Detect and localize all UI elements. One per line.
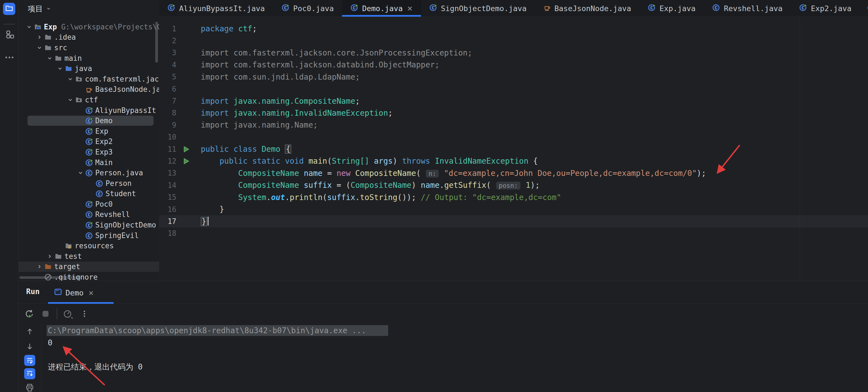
- tab-poc0-java[interactable]: CPoc0.java: [273, 0, 342, 17]
- gutter[interactable]: 18: [159, 227, 201, 239]
- text-caret: [208, 217, 209, 226]
- tab-revshell-java[interactable]: CRevshell.java: [704, 0, 791, 17]
- class-icon: C: [95, 179, 105, 188]
- chevron-down-icon[interactable]: [35, 43, 44, 53]
- tree-item-aliyunbypassit[interactable]: CAliyunBypassIt: [18, 105, 159, 116]
- tree-item-java[interactable]: java: [18, 63, 159, 74]
- tab-label: AliyunBypassIt.java: [179, 4, 265, 13]
- tree-item-idea[interactable]: .idea: [18, 32, 159, 43]
- tree-item-revshell[interactable]: CRevshell: [18, 209, 159, 220]
- tree-item-exp2[interactable]: CExp2: [18, 136, 159, 147]
- tree-item-basejsonnode-java[interactable]: BaseJsonNode.java: [18, 84, 159, 95]
- chevron-down-icon[interactable]: [65, 74, 75, 84]
- tab-exp-java[interactable]: CExp.java: [640, 0, 704, 17]
- chevron-right-icon[interactable]: [45, 252, 55, 261]
- soft-wrap-toggle-icon[interactable]: [24, 355, 35, 366]
- gutter[interactable]: 11: [159, 143, 201, 155]
- gutter[interactable]: 8: [159, 107, 201, 119]
- run-console[interactable]: C:\ProgramData\scoop\apps\openjdk8-redha…: [18, 324, 868, 392]
- stop-button[interactable]: [39, 308, 52, 320]
- chevron-down-icon[interactable]: [25, 22, 34, 32]
- tree-item-com-fasterxml-jacks[interactable]: com.fasterxml.jacks: [18, 74, 159, 84]
- chevron-down-icon[interactable]: [55, 64, 65, 73]
- tab-aliyunbypassit-java[interactable]: CAliyunBypassIt.java: [159, 0, 273, 17]
- code-token: public class: [201, 144, 261, 154]
- more-tool-windows-icon[interactable]: [4, 52, 15, 63]
- gutter[interactable]: 14: [159, 179, 201, 191]
- gutter[interactable]: 4: [159, 59, 201, 71]
- tree-item-poc0[interactable]: CPoc0: [18, 199, 159, 209]
- chevron-right-icon[interactable]: [35, 32, 44, 42]
- tree-item-signobjectdemo[interactable]: CSignObjectDemo: [18, 220, 159, 230]
- chevron-down-icon[interactable]: [65, 95, 75, 105]
- gutter[interactable]: 13: [159, 167, 201, 179]
- run-line-icon[interactable]: [182, 145, 190, 153]
- tree-item-main[interactable]: main: [18, 53, 159, 64]
- tree-item-target[interactable]: target: [18, 262, 159, 272]
- project-panel-header[interactable]: 项目: [28, 3, 52, 14]
- kebab-menu-icon[interactable]: [78, 308, 91, 320]
- structure-icon[interactable]: [4, 29, 15, 40]
- run-tab-demo[interactable]: Demo ×: [54, 285, 94, 300]
- rerun-button[interactable]: [23, 308, 35, 320]
- tree-item-student[interactable]: CStudent: [18, 189, 159, 199]
- gutter[interactable]: 3: [159, 47, 201, 59]
- tree-item-test[interactable]: test: [18, 251, 159, 262]
- code-line-9: 9import javax.naming.Name;: [159, 119, 868, 131]
- tree-item-label: Exp3: [95, 148, 113, 156]
- tab-exp2-java[interactable]: CExp2.java: [791, 0, 860, 17]
- chevron-down-icon[interactable]: [45, 54, 55, 63]
- tab-demo-java[interactable]: CDemo.java×: [342, 0, 421, 17]
- tab-basejsonnode-java[interactable]: BaseJsonNode.java: [535, 0, 640, 17]
- tree-item-gitignore[interactable]: .gitignore: [18, 272, 159, 281]
- tree-item-label: Demo: [95, 117, 113, 125]
- gutter[interactable]: 15: [159, 191, 201, 203]
- chevron-spacer: [76, 199, 85, 209]
- gutter[interactable]: 1: [159, 23, 201, 35]
- console-output[interactable]: C:\ProgramData\scoop\apps\openjdk8-redha…: [48, 324, 868, 392]
- code-editor[interactable]: 1package ctf;23import com.fasterxml.jack…: [159, 17, 868, 281]
- gutter[interactable]: 9: [159, 119, 201, 131]
- chevron-right-icon[interactable]: [35, 262, 44, 271]
- down-arrow-icon[interactable]: [24, 341, 35, 352]
- close-tab-icon[interactable]: ×: [407, 4, 412, 13]
- tree-item-exp[interactable]: CExp: [18, 126, 159, 136]
- tree-item-ctf[interactable]: ctf: [18, 95, 159, 105]
- tree-item-src[interactable]: src: [18, 42, 159, 53]
- gutter[interactable]: 6: [159, 83, 201, 95]
- gutter[interactable]: 17: [159, 215, 201, 227]
- scroll-to-end-toggle-icon[interactable]: [24, 368, 35, 379]
- tree-item-resources[interactable]: resources: [18, 240, 159, 251]
- code-token: (: [416, 169, 425, 178]
- gutter[interactable]: 12: [159, 155, 201, 167]
- gutter[interactable]: 10: [159, 131, 201, 143]
- profiler-icon[interactable]: [62, 308, 74, 320]
- tree-item-demo[interactable]: CDemo: [18, 116, 159, 126]
- tree-item-exp3[interactable]: CExp3: [18, 147, 159, 157]
- line-number: 6: [172, 85, 176, 93]
- code-token: import com.fasterxml.jackson.databind.Ob…: [201, 60, 439, 69]
- tree-item-main[interactable]: CMain: [18, 157, 159, 168]
- tab-label: Exp.java: [659, 4, 695, 13]
- print-icon[interactable]: [24, 382, 35, 392]
- tree-item-springevil[interactable]: CSpringEvil: [18, 230, 159, 241]
- run-line-icon[interactable]: [182, 157, 190, 165]
- gutter[interactable]: 7: [159, 95, 201, 107]
- chevron-spacer: [86, 189, 95, 198]
- project-tool-window-button[interactable]: [3, 3, 15, 15]
- tab-partial[interactable]: C: [860, 0, 868, 17]
- svg-text:C: C: [170, 5, 173, 10]
- close-icon[interactable]: ×: [89, 288, 94, 298]
- tree-item-person-java[interactable]: CPerson.java: [18, 168, 159, 178]
- chevron-down-icon[interactable]: [76, 168, 85, 177]
- code-token: InvalidNameException: [435, 157, 528, 166]
- tree-item-exp[interactable]: Exp G:\workspace\Projects\C: [18, 22, 159, 32]
- gutter[interactable]: 2: [159, 35, 201, 46]
- tree-item-label: .gitignore: [54, 273, 98, 281]
- code-token: public static void: [219, 157, 308, 166]
- gutter[interactable]: 16: [159, 203, 201, 215]
- gutter[interactable]: 5: [159, 71, 201, 83]
- tree-item-person[interactable]: CPerson: [18, 178, 159, 189]
- tab-signobjectdemo-java[interactable]: CSignObjectDemo.java: [421, 0, 535, 17]
- up-arrow-icon[interactable]: [24, 326, 35, 337]
